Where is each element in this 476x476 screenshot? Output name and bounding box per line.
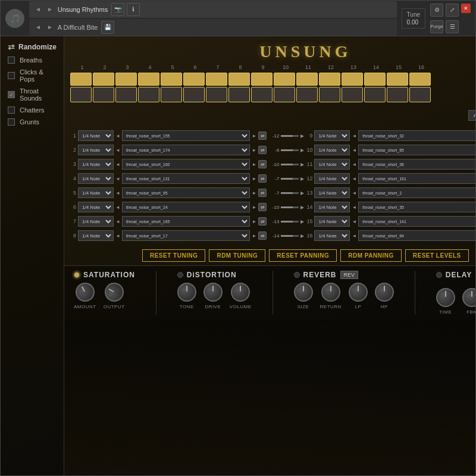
step-btn-row1-9[interactable] (251, 73, 273, 86)
step-btn-row1-8[interactable] (228, 73, 250, 86)
sidebar-item-grunts[interactable]: Grunts (8, 118, 57, 126)
note-select-5[interactable]: 1/4 Note (78, 187, 114, 198)
volume-slider-3[interactable] (281, 164, 299, 165)
sample-prev-4[interactable]: ◄ (115, 176, 120, 181)
note-select-16[interactable]: 1/4 Note (314, 230, 350, 241)
note-select-6[interactable]: 1/4 Note (78, 202, 114, 212)
sample-select-14[interactable]: throat_noise_short_35 (358, 202, 475, 212)
sample-prev-14[interactable]: ◄ (352, 205, 356, 210)
step-btn-row1-2[interactable] (93, 73, 114, 86)
play-btn-2[interactable]: ▶ (300, 148, 304, 153)
sample-prev-15[interactable]: ◄ (352, 219, 356, 224)
sample-select-16[interactable]: throat_noise_short_84 (358, 230, 475, 241)
instrument-next[interactable]: ► (46, 6, 54, 12)
note-select-11[interactable]: 1/4 Note (314, 159, 350, 170)
play-btn-1[interactable]: ▶ (300, 133, 304, 139)
volume-slider-1[interactable] (281, 135, 299, 137)
step-btn-row1-15[interactable] (387, 73, 408, 86)
checkbox-breaths[interactable] (8, 57, 15, 64)
sample-select-12[interactable]: throat_noise_short_161 (358, 173, 475, 184)
play-btn-5[interactable]: ▶ (300, 190, 304, 196)
instrument-prev[interactable]: ◄ (34, 6, 42, 12)
volume-slider-5[interactable] (281, 192, 299, 194)
step-btn-row1-14[interactable] (364, 73, 386, 86)
note-select-13[interactable]: 1/4 Note (314, 187, 350, 198)
step-btn-row1-7[interactable] (206, 73, 227, 86)
menu-icon[interactable]: ☰ (446, 20, 459, 33)
delay-time-knob[interactable] (436, 288, 455, 307)
preset-next[interactable]: ► (46, 24, 54, 30)
sample-prev-10[interactable]: ◄ (352, 148, 356, 153)
reverb-return-knob[interactable] (321, 283, 340, 302)
shuffle-track-6[interactable]: ⇄ (258, 203, 267, 211)
note-select-12[interactable]: 1/4 Note (314, 173, 350, 184)
note-select-2[interactable]: 1/4 Note (78, 145, 114, 155)
note-select-14[interactable]: 1/4 Note (314, 202, 350, 212)
sample-next-5[interactable]: ► (252, 190, 256, 196)
sample-next-2[interactable]: ► (252, 148, 256, 153)
step-btn-row2-14[interactable] (364, 87, 386, 102)
sample-select-15[interactable]: throat_noise_short_141 (358, 216, 475, 227)
step-btn-row1-6[interactable] (183, 73, 205, 86)
step-btn-row1-11[interactable] (296, 73, 318, 86)
step-btn-row1-5[interactable] (161, 73, 182, 86)
step-btn-row2-9[interactable] (251, 87, 273, 102)
sample-next-6[interactable]: ► (252, 205, 256, 210)
saturation-amount-knob[interactable] (72, 279, 98, 305)
randomize-btn[interactable]: ⇄ Randomize (8, 42, 57, 52)
volume-slider-2[interactable] (281, 149, 299, 151)
step-btn-row1-10[interactable] (274, 73, 295, 86)
step-btn-row1-4[interactable] (138, 73, 159, 86)
close-btn[interactable]: ✕ (461, 4, 471, 13)
distortion-volume-knob[interactable] (231, 283, 250, 302)
sidebar-item-clicks[interactable]: Clicks & Pops (8, 68, 57, 83)
sample-prev-1[interactable]: ◄ (115, 133, 120, 139)
sample-prev-8[interactable]: ◄ (115, 233, 120, 239)
sample-select-10[interactable]: throat_noise_short_85 (358, 145, 475, 155)
sample-next-7[interactable]: ► (252, 219, 256, 224)
rdm-panning-btn[interactable]: RDM PANNING (340, 249, 401, 262)
play-btn-8[interactable]: ▶ (300, 233, 304, 239)
note-select-10[interactable]: 1/4 Note (314, 145, 350, 155)
save-icon[interactable]: 💾 (101, 21, 114, 34)
shuffle-track-1[interactable]: ⇄ (258, 131, 267, 140)
rdm-tuning-btn[interactable]: RDM TUNING (209, 249, 265, 262)
shuffle-track-8[interactable]: ⇄ (258, 231, 267, 240)
volume-slider-8[interactable] (281, 235, 299, 237)
sample-prev-13[interactable]: ◄ (352, 190, 356, 196)
sample-prev-6[interactable]: ◄ (115, 205, 120, 210)
reset-tuning-btn[interactable]: RESET TUNING (142, 249, 205, 262)
distortion-led[interactable] (177, 272, 183, 278)
sample-next-8[interactable]: ► (252, 233, 256, 239)
camera-icon[interactable]: 📷 (111, 3, 124, 16)
sample-select-11[interactable]: throat_noise_short_36 (358, 159, 475, 170)
step-btn-row2-7[interactable] (206, 87, 227, 102)
shuffle-track-4[interactable]: ⇄ (258, 174, 267, 183)
play-btn-3[interactable]: ▶ (300, 162, 304, 167)
step-btn-row2-4[interactable] (138, 87, 159, 102)
note-select-7[interactable]: 1/4 Note (78, 216, 114, 227)
step-btn-row2-13[interactable] (342, 87, 363, 102)
step-btn-row2-16[interactable] (409, 87, 431, 102)
reverb-lp-knob[interactable] (349, 283, 368, 302)
step-btn-row2-12[interactable] (319, 87, 340, 102)
play-btn-4[interactable]: ▶ (300, 176, 304, 181)
sample-select-7[interactable]: throat_noise_short_165 (122, 216, 250, 227)
shuffle-track-3[interactable]: ⇄ (258, 160, 267, 168)
sample-prev-7[interactable]: ◄ (115, 219, 120, 224)
checkbox-chatters[interactable] (8, 107, 15, 114)
reset-levels-btn[interactable]: RESET LEVELS (405, 249, 469, 262)
step-btn-row1-3[interactable] (115, 73, 137, 86)
step-btn-row1-13[interactable] (342, 73, 363, 86)
step-btn-row2-2[interactable] (93, 87, 114, 102)
saturation-output-knob[interactable] (101, 279, 127, 305)
reverb-led[interactable] (294, 272, 300, 278)
step-btn-row2-1[interactable] (70, 87, 92, 102)
reverb-hp-knob[interactable] (375, 283, 394, 302)
sidebar-item-breaths[interactable]: Breaths (8, 57, 57, 64)
purge-btn[interactable]: Purge (430, 20, 443, 33)
step-btn-row2-6[interactable] (183, 87, 205, 102)
sample-next-3[interactable]: ► (252, 162, 256, 167)
shuffle-track-7[interactable]: ⇄ (258, 217, 267, 226)
sample-select-6[interactable]: throat_noise_short_24 (122, 202, 250, 212)
